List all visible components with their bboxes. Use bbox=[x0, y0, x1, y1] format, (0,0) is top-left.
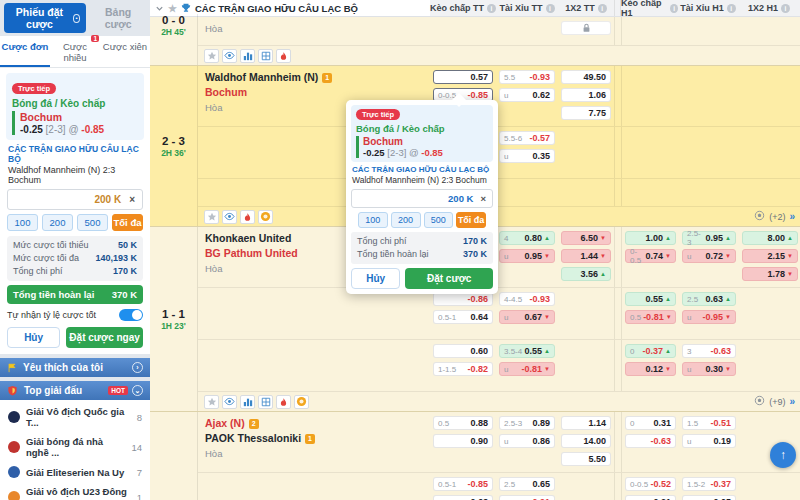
odds-box[interactable]: 00.31 bbox=[625, 416, 676, 430]
odds-box[interactable]: 0.90 bbox=[433, 434, 493, 448]
odds-box[interactable]: 5.50 bbox=[561, 452, 611, 466]
info-icon[interactable]: i bbox=[781, 4, 790, 13]
odds-box[interactable]: 0.5-0.81▼ bbox=[625, 310, 676, 324]
odds-box[interactable]: 14.00 bbox=[561, 434, 611, 448]
odds-box[interactable]: u0.35 bbox=[499, 149, 555, 163]
popup-stake-input[interactable]: 200 K × bbox=[351, 189, 493, 208]
info-icon[interactable]: i bbox=[670, 4, 678, 13]
odds-box[interactable]: 3.5-40.55▲ bbox=[499, 344, 555, 358]
auto-accept-toggle[interactable] bbox=[119, 309, 143, 321]
max-stake-chip[interactable]: Tối đa bbox=[112, 214, 143, 231]
odds-box[interactable]: 0.21 bbox=[625, 495, 676, 500]
odds-box[interactable]: 3.56▲ bbox=[561, 267, 611, 281]
odds-box[interactable]: 3-0.63 bbox=[682, 344, 736, 358]
odds-box[interactable]: u0.86 bbox=[499, 434, 555, 448]
stake-chip[interactable]: 200 bbox=[42, 214, 73, 231]
odds-box[interactable]: u0.95▼ bbox=[499, 249, 555, 263]
odds-box[interactable]: 40.80▲ bbox=[499, 231, 555, 245]
odds-box[interactable]: u-0.95▼ bbox=[682, 310, 736, 324]
stake-chip[interactable]: 500 bbox=[77, 214, 108, 231]
cancel-bet-button[interactable]: Hủy bbox=[7, 327, 60, 348]
odds-box[interactable]: 0-0.5-0.52 bbox=[625, 477, 676, 491]
info-icon[interactable]: i bbox=[546, 4, 555, 13]
odds-box[interactable]: 0.60 bbox=[433, 344, 493, 358]
odds-box[interactable]: 2.15▼ bbox=[742, 249, 798, 263]
odds-box[interactable]: 7.75 bbox=[561, 106, 611, 120]
place-bet-now-button[interactable]: Đặt cược ngay bbox=[66, 327, 143, 348]
odds-box[interactable]: 49.50 bbox=[561, 70, 611, 84]
sidebar-league-item[interactable]: Giải Eliteserien Na Uy7 bbox=[0, 462, 150, 482]
odds-box[interactable]: u-0.91 bbox=[499, 495, 555, 500]
sidebar-league-item[interactable]: Giải Vô địch Quốc gia T...8 bbox=[0, 402, 150, 432]
team-away[interactable]: Bochum bbox=[205, 85, 423, 100]
odds-box[interactable]: 1.44▼ bbox=[561, 249, 611, 263]
team-away[interactable]: PAOK Thessaloniki1 bbox=[205, 431, 423, 446]
top-leagues-bar[interactable]: Top giải đấu HOT ⌄ bbox=[0, 381, 150, 400]
odds-box[interactable]: 2.5-30.89 bbox=[499, 416, 555, 430]
odds-box[interactable]: 0.50.88 bbox=[433, 416, 493, 430]
odds-box[interactable]: 2.50.65 bbox=[499, 477, 555, 491]
odds-box[interactable]: u0.05 bbox=[682, 495, 736, 500]
stake-chip[interactable]: 100 bbox=[7, 214, 38, 231]
collapse-chevron-icon[interactable] bbox=[155, 4, 164, 13]
stake-input[interactable]: 200 K × bbox=[7, 189, 143, 210]
odds-box[interactable]: 0.5-1-0.85 bbox=[433, 477, 493, 491]
team-home[interactable]: Ajax (N)2 bbox=[205, 416, 423, 431]
info-icon[interactable]: i bbox=[487, 4, 496, 13]
odds-box[interactable]: u0.62 bbox=[499, 88, 555, 102]
odds-box[interactable]: 6.50▼ bbox=[561, 231, 611, 245]
odds-box[interactable]: 2.50.63▲ bbox=[682, 292, 736, 306]
odds-box[interactable]: u0.72▼ bbox=[682, 249, 736, 263]
tab-parlay-bet[interactable]: Cược xiên bbox=[100, 36, 150, 67]
odds-box[interactable]: 8.00▲ bbox=[742, 231, 798, 245]
popup-cancel-button[interactable]: Hủy bbox=[351, 268, 400, 289]
stake-chip[interactable]: 500 bbox=[424, 212, 454, 228]
eye-icon[interactable] bbox=[222, 395, 237, 409]
odds-box[interactable]: u0.67▼ bbox=[499, 310, 555, 324]
odds-box[interactable]: u0.19 bbox=[682, 434, 736, 448]
star-icon[interactable] bbox=[204, 210, 219, 224]
odds-box[interactable]: u0.30▼ bbox=[682, 362, 736, 376]
scroll-top-button[interactable]: ↑ bbox=[770, 442, 796, 468]
odds-box[interactable]: 1-1.5-0.82 bbox=[433, 362, 493, 376]
odds-box[interactable]: 1.00▲ bbox=[625, 231, 676, 245]
star-icon[interactable] bbox=[204, 395, 219, 409]
odds-box[interactable]: 5.5-0.93 bbox=[499, 70, 555, 84]
favorites-bar[interactable]: Yêu thích của tôi › bbox=[0, 358, 150, 377]
odds-box[interactable]: 1.78▼ bbox=[742, 267, 798, 281]
max-stake-chip[interactable]: Tối đa bbox=[456, 212, 486, 228]
odds-box[interactable]: 1.06 bbox=[561, 88, 611, 102]
eye-icon[interactable] bbox=[222, 49, 237, 63]
tab-bet-table[interactable]: Bảng cược bbox=[90, 3, 146, 33]
info-icon[interactable]: i bbox=[598, 4, 607, 13]
ball-icon[interactable] bbox=[258, 210, 273, 224]
star-icon[interactable] bbox=[204, 49, 219, 63]
chart-icon[interactable] bbox=[240, 395, 255, 409]
odds-box[interactable]: 0-0.50.74▼ bbox=[625, 249, 676, 263]
team-home[interactable]: Waldhof Mannheim (N)1 bbox=[205, 70, 423, 85]
fire-icon[interactable] bbox=[240, 210, 255, 224]
eye-icon[interactable] bbox=[222, 210, 237, 224]
chart-icon[interactable] bbox=[240, 49, 255, 63]
stake-chip[interactable]: 100 bbox=[358, 212, 388, 228]
clear-stake-icon[interactable]: × bbox=[480, 193, 486, 204]
draw-label[interactable]: Hòa bbox=[205, 448, 423, 459]
ball-icon[interactable] bbox=[294, 395, 309, 409]
more-markets[interactable]: (+2)» bbox=[754, 210, 795, 223]
odds-box[interactable]: 0.12▼ bbox=[625, 362, 676, 376]
info-icon[interactable]: i bbox=[727, 4, 736, 13]
sidebar-league-item[interactable]: Giải bóng đá nhà nghề ...14 bbox=[0, 432, 150, 462]
odds-box[interactable]: 0.57 bbox=[433, 70, 493, 84]
stake-chip[interactable]: 200 bbox=[391, 212, 421, 228]
odds-box[interactable]: 1.5-0.51 bbox=[682, 416, 736, 430]
grid-icon[interactable] bbox=[258, 395, 273, 409]
draw-label[interactable]: Hòa bbox=[205, 23, 423, 34]
odds-box[interactable]: -0.86 bbox=[433, 292, 493, 306]
sidebar-league-item[interactable]: Giải vô địch U23 Đông ...1 bbox=[0, 482, 150, 500]
odds-box[interactable]: 4-4.5-0.93 bbox=[499, 292, 555, 306]
more-markets[interactable]: (+9)» bbox=[754, 395, 795, 408]
odds-box[interactable]: 1.5-2-0.37 bbox=[682, 477, 736, 491]
tab-single-bet[interactable]: Cược đơn bbox=[0, 36, 50, 67]
tab-bet-slip[interactable]: Phiếu đặt cược • bbox=[4, 3, 86, 33]
fire-icon[interactable] bbox=[276, 395, 291, 409]
